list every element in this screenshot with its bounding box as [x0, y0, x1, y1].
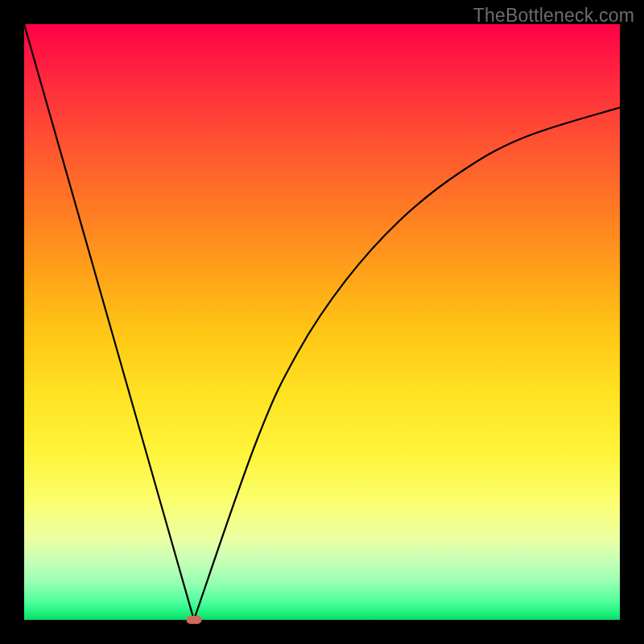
- watermark-text: TheBottleneck.com: [473, 5, 634, 27]
- bottleneck-curve: [24, 24, 620, 620]
- chart-frame: TheBottleneck.com: [0, 0, 644, 644]
- plot-area: [24, 24, 620, 620]
- optimal-marker: [186, 616, 201, 624]
- curve-path: [24, 24, 620, 620]
